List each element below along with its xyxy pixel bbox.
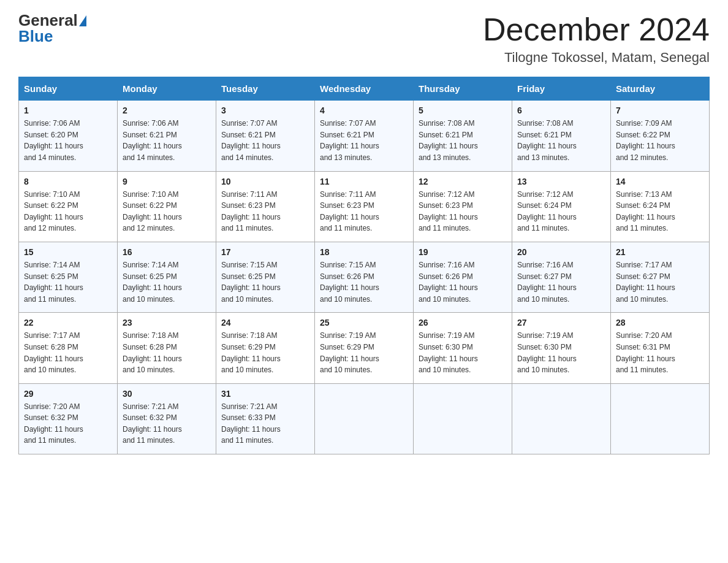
day-info: Sunrise: 7:11 AMSunset: 6:23 PMDaylight:… bbox=[320, 189, 408, 234]
day-number: 15 bbox=[24, 247, 112, 257]
day-info: Sunrise: 7:07 AMSunset: 6:21 PMDaylight:… bbox=[221, 118, 309, 163]
day-number: 10 bbox=[221, 177, 309, 186]
title-block: December 2024 Tilogne Tokossel, Matam, S… bbox=[483, 12, 710, 66]
day-number: 29 bbox=[24, 389, 112, 399]
week-row-4: 22Sunrise: 7:17 AMSunset: 6:28 PMDayligh… bbox=[19, 313, 710, 383]
day-number: 2 bbox=[123, 105, 211, 115]
day-cell: 21Sunrise: 7:17 AMSunset: 6:27 PMDayligh… bbox=[611, 242, 710, 312]
day-number: 21 bbox=[616, 247, 704, 257]
day-number: 27 bbox=[517, 318, 605, 327]
day-cell: 16Sunrise: 7:14 AMSunset: 6:25 PMDayligh… bbox=[118, 242, 216, 312]
day-cell: 29Sunrise: 7:20 AMSunset: 6:32 PMDayligh… bbox=[19, 383, 118, 454]
day-number: 17 bbox=[221, 247, 309, 257]
day-number: 26 bbox=[419, 318, 507, 327]
day-number: 8 bbox=[24, 177, 112, 186]
day-info: Sunrise: 7:10 AMSunset: 6:22 PMDaylight:… bbox=[24, 189, 112, 234]
logo-general-text: General bbox=[18, 12, 78, 28]
day-info: Sunrise: 7:17 AMSunset: 6:27 PMDaylight:… bbox=[616, 259, 704, 305]
day-info: Sunrise: 7:06 AMSunset: 6:20 PMDaylight:… bbox=[24, 118, 112, 163]
day-cell: 27Sunrise: 7:19 AMSunset: 6:30 PMDayligh… bbox=[512, 313, 611, 383]
day-cell: 5Sunrise: 7:08 AMSunset: 6:21 PMDaylight… bbox=[414, 101, 512, 171]
day-cell: 10Sunrise: 7:11 AMSunset: 6:23 PMDayligh… bbox=[216, 171, 315, 242]
day-number: 9 bbox=[123, 177, 211, 186]
day-cell: 26Sunrise: 7:19 AMSunset: 6:30 PMDayligh… bbox=[414, 313, 512, 383]
day-info: Sunrise: 7:19 AMSunset: 6:30 PMDaylight:… bbox=[419, 330, 507, 375]
day-cell: 4Sunrise: 7:07 AMSunset: 6:21 PMDaylight… bbox=[315, 101, 414, 171]
day-info: Sunrise: 7:06 AMSunset: 6:21 PMDaylight:… bbox=[123, 118, 211, 163]
day-cell: 8Sunrise: 7:10 AMSunset: 6:22 PMDaylight… bbox=[19, 171, 118, 242]
day-cell: 28Sunrise: 7:20 AMSunset: 6:31 PMDayligh… bbox=[611, 313, 710, 383]
day-cell: 20Sunrise: 7:16 AMSunset: 6:27 PMDayligh… bbox=[512, 242, 611, 312]
col-header-friday: Friday bbox=[512, 77, 611, 101]
day-cell: 6Sunrise: 7:08 AMSunset: 6:21 PMDaylight… bbox=[512, 101, 611, 171]
day-number: 23 bbox=[123, 318, 211, 327]
day-info: Sunrise: 7:11 AMSunset: 6:23 PMDaylight:… bbox=[221, 189, 309, 234]
day-cell: 24Sunrise: 7:18 AMSunset: 6:29 PMDayligh… bbox=[216, 313, 315, 383]
calendar-table: SundayMondayTuesdayWednesdayThursdayFrid… bbox=[18, 77, 710, 454]
day-cell: 9Sunrise: 7:10 AMSunset: 6:22 PMDaylight… bbox=[118, 171, 216, 242]
day-info: Sunrise: 7:21 AMSunset: 6:32 PMDaylight:… bbox=[123, 401, 211, 446]
day-cell: 2Sunrise: 7:06 AMSunset: 6:21 PMDaylight… bbox=[118, 101, 216, 171]
col-header-wednesday: Wednesday bbox=[315, 77, 414, 101]
day-cell: 17Sunrise: 7:15 AMSunset: 6:25 PMDayligh… bbox=[216, 242, 315, 312]
day-number: 16 bbox=[123, 247, 211, 257]
day-cell: 31Sunrise: 7:21 AMSunset: 6:33 PMDayligh… bbox=[216, 383, 315, 454]
day-number: 6 bbox=[517, 105, 605, 115]
day-cell: 30Sunrise: 7:21 AMSunset: 6:32 PMDayligh… bbox=[118, 383, 216, 454]
col-header-sunday: Sunday bbox=[19, 77, 118, 101]
day-cell: 11Sunrise: 7:11 AMSunset: 6:23 PMDayligh… bbox=[315, 171, 414, 242]
day-info: Sunrise: 7:10 AMSunset: 6:22 PMDaylight:… bbox=[123, 189, 211, 234]
day-number: 7 bbox=[616, 105, 704, 115]
day-cell: 18Sunrise: 7:15 AMSunset: 6:26 PMDayligh… bbox=[315, 242, 414, 312]
day-number: 30 bbox=[123, 389, 211, 399]
day-cell: 22Sunrise: 7:17 AMSunset: 6:28 PMDayligh… bbox=[19, 313, 118, 383]
day-info: Sunrise: 7:19 AMSunset: 6:29 PMDaylight:… bbox=[320, 330, 408, 375]
day-cell: 12Sunrise: 7:12 AMSunset: 6:23 PMDayligh… bbox=[414, 171, 512, 242]
day-cell: 13Sunrise: 7:12 AMSunset: 6:24 PMDayligh… bbox=[512, 171, 611, 242]
day-cell bbox=[315, 383, 414, 454]
day-cell: 23Sunrise: 7:18 AMSunset: 6:28 PMDayligh… bbox=[118, 313, 216, 383]
day-number: 22 bbox=[24, 318, 112, 327]
day-cell: 19Sunrise: 7:16 AMSunset: 6:26 PMDayligh… bbox=[414, 242, 512, 312]
day-number: 11 bbox=[320, 177, 408, 186]
day-number: 19 bbox=[419, 247, 507, 257]
day-cell: 1Sunrise: 7:06 AMSunset: 6:20 PMDaylight… bbox=[19, 101, 118, 171]
day-cell: 15Sunrise: 7:14 AMSunset: 6:25 PMDayligh… bbox=[19, 242, 118, 312]
col-header-saturday: Saturday bbox=[611, 77, 710, 101]
day-info: Sunrise: 7:09 AMSunset: 6:22 PMDaylight:… bbox=[616, 118, 704, 163]
day-cell bbox=[512, 383, 611, 454]
day-number: 5 bbox=[419, 105, 507, 115]
day-info: Sunrise: 7:21 AMSunset: 6:33 PMDaylight:… bbox=[221, 401, 309, 446]
calendar-header-row: SundayMondayTuesdayWednesdayThursdayFrid… bbox=[19, 77, 710, 101]
col-header-tuesday: Tuesday bbox=[216, 77, 315, 101]
day-cell: 3Sunrise: 7:07 AMSunset: 6:21 PMDaylight… bbox=[216, 101, 315, 171]
day-info: Sunrise: 7:19 AMSunset: 6:30 PMDaylight:… bbox=[517, 330, 605, 375]
month-year-title: December 2024 bbox=[483, 12, 710, 47]
logo-triangle-icon bbox=[79, 15, 86, 26]
day-number: 20 bbox=[517, 247, 605, 257]
day-number: 24 bbox=[221, 318, 309, 327]
day-info: Sunrise: 7:07 AMSunset: 6:21 PMDaylight:… bbox=[320, 118, 408, 163]
day-cell bbox=[611, 383, 710, 454]
day-info: Sunrise: 7:16 AMSunset: 6:27 PMDaylight:… bbox=[517, 259, 605, 305]
day-info: Sunrise: 7:15 AMSunset: 6:26 PMDaylight:… bbox=[320, 259, 408, 305]
logo-blue-text: Blue bbox=[18, 28, 53, 44]
day-info: Sunrise: 7:20 AMSunset: 6:32 PMDaylight:… bbox=[24, 401, 112, 446]
day-cell bbox=[414, 383, 512, 454]
day-number: 4 bbox=[320, 105, 408, 115]
day-info: Sunrise: 7:08 AMSunset: 6:21 PMDaylight:… bbox=[419, 118, 507, 163]
day-info: Sunrise: 7:15 AMSunset: 6:25 PMDaylight:… bbox=[221, 259, 309, 305]
page-header: General Blue December 2024 Tilogne Tokos… bbox=[18, 12, 710, 66]
day-cell: 25Sunrise: 7:19 AMSunset: 6:29 PMDayligh… bbox=[315, 313, 414, 383]
day-info: Sunrise: 7:14 AMSunset: 6:25 PMDaylight:… bbox=[24, 259, 112, 305]
day-number: 13 bbox=[517, 177, 605, 186]
location-subtitle: Tilogne Tokossel, Matam, Senegal bbox=[483, 50, 710, 66]
day-number: 1 bbox=[24, 105, 112, 115]
day-number: 18 bbox=[320, 247, 408, 257]
day-number: 28 bbox=[616, 318, 704, 327]
week-row-5: 29Sunrise: 7:20 AMSunset: 6:32 PMDayligh… bbox=[19, 383, 710, 454]
day-number: 14 bbox=[616, 177, 704, 186]
day-cell: 14Sunrise: 7:13 AMSunset: 6:24 PMDayligh… bbox=[611, 171, 710, 242]
day-number: 25 bbox=[320, 318, 408, 327]
day-number: 12 bbox=[419, 177, 507, 186]
